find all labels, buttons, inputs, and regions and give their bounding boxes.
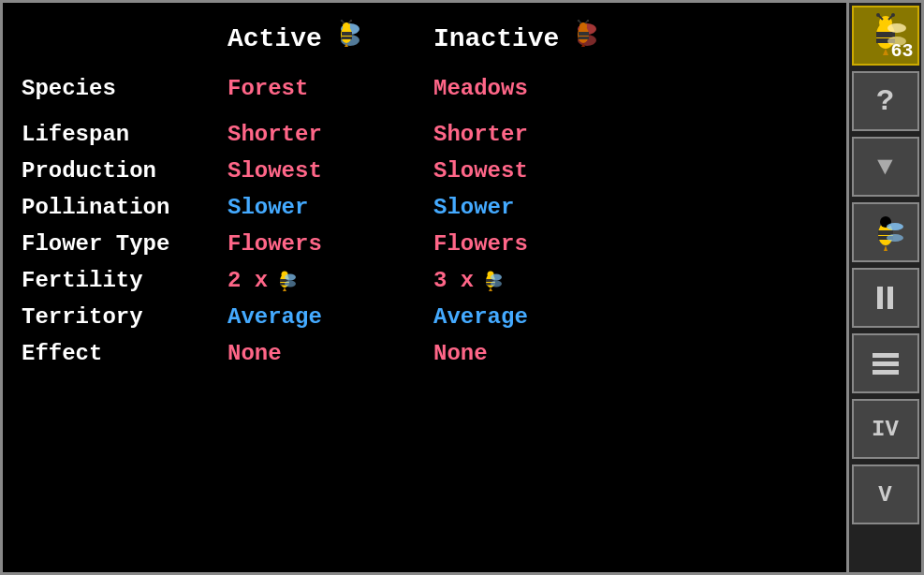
svg-rect-48 (878, 230, 893, 235)
active-bee-icon (330, 20, 367, 57)
lifespan-row: Lifespan Shorter Shorter (22, 116, 828, 153)
sidebar: 63 ? ▼ (846, 3, 921, 572)
fertility-row: Fertility 2 x 3 x (22, 262, 828, 299)
bee-count-badge: 63 (890, 40, 913, 62)
column-headers: Active (227, 12, 828, 72)
roman-four-icon: IV (872, 417, 899, 442)
active-label: Active (227, 24, 322, 53)
svg-point-45 (876, 13, 880, 17)
pollination-row: Pollination Slower Slower (22, 189, 828, 226)
svg-point-51 (887, 223, 903, 230)
production-active-value: Slowest (227, 158, 433, 184)
svg-marker-53 (884, 245, 887, 251)
inactive-bee-icon (566, 20, 604, 57)
fertility-active-bee-icon (271, 270, 298, 292)
species-active-value: Forest (227, 76, 433, 101)
lifespan-label: Lifespan (22, 122, 227, 147)
pollination-label: Pollination (22, 195, 227, 220)
fertility-inactive-bee-icon (477, 270, 504, 292)
production-row: Production Slowest Slowest (22, 153, 828, 189)
svg-rect-4 (342, 37, 352, 39)
pause-icon (877, 287, 893, 309)
species-row: Species Forest Meadows (22, 72, 828, 116)
pollination-active-value: Slower (227, 195, 433, 220)
svg-point-27 (285, 280, 296, 287)
three-lines-button[interactable] (852, 333, 919, 393)
svg-rect-15 (579, 37, 589, 39)
fertility-active-value: 2 x (227, 268, 433, 293)
production-inactive-value: Slowest (433, 158, 639, 184)
main-window: Active (0, 0, 924, 575)
down-arrow-icon: ▼ (877, 153, 893, 182)
pause-button[interactable] (852, 268, 919, 328)
production-label: Production (22, 158, 227, 184)
lifespan-active-value: Shorter (227, 122, 433, 147)
svg-marker-28 (283, 288, 286, 291)
roman-five-button[interactable]: V (852, 464, 919, 524)
svg-marker-42 (883, 49, 888, 55)
bee-stats-panel: Active (3, 3, 846, 572)
species-inactive-value: Meadows (433, 76, 639, 101)
svg-point-33 (491, 273, 502, 280)
territory-inactive-value: Average (433, 304, 639, 330)
territory-active-value: Average (227, 304, 433, 330)
flowertype-label: Flower Type (22, 231, 227, 257)
three-lines-icon (873, 353, 899, 375)
effect-row: Effect None None (22, 335, 828, 372)
flowertype-row: Flower Type Flowers Flowers (22, 226, 828, 262)
question-icon: ? (876, 84, 894, 119)
svg-point-26 (285, 273, 296, 280)
effect-active-value: None (227, 341, 433, 366)
species-label: Species (22, 76, 227, 101)
territory-label: Territory (22, 304, 227, 330)
effect-label: Effect (22, 341, 227, 366)
svg-marker-35 (489, 288, 492, 291)
stats-table: Species Forest Meadows Lifespan Shorter … (22, 72, 828, 563)
fertility-inactive-value: 3 x (433, 268, 639, 293)
svg-point-34 (491, 280, 502, 287)
question-button[interactable]: ? (852, 71, 919, 131)
inactive-column-header: Inactive (433, 20, 639, 57)
svg-rect-3 (342, 32, 352, 36)
pollination-inactive-value: Slower (433, 195, 639, 220)
svg-point-52 (887, 234, 903, 242)
active-column-header: Active (227, 20, 433, 57)
svg-point-40 (887, 23, 906, 33)
bee-button[interactable] (852, 202, 919, 262)
flowertype-inactive-value: Flowers (433, 231, 639, 257)
down-arrow-button[interactable]: ▼ (852, 137, 919, 197)
fertility-label: Fertility (22, 268, 227, 293)
svg-point-46 (891, 13, 895, 17)
effect-inactive-value: None (433, 341, 639, 366)
roman-four-button[interactable]: IV (852, 399, 919, 459)
lifespan-inactive-value: Shorter (433, 122, 639, 147)
territory-row: Territory Average Average (22, 299, 828, 335)
svg-rect-37 (876, 32, 895, 37)
bee-sidebar-icon (865, 214, 906, 251)
svg-rect-14 (579, 32, 589, 36)
roman-five-icon: V (878, 482, 891, 508)
bee-count-button[interactable]: 63 (852, 6, 919, 66)
inactive-label: Inactive (433, 24, 559, 53)
flowertype-active-value: Flowers (227, 231, 433, 257)
